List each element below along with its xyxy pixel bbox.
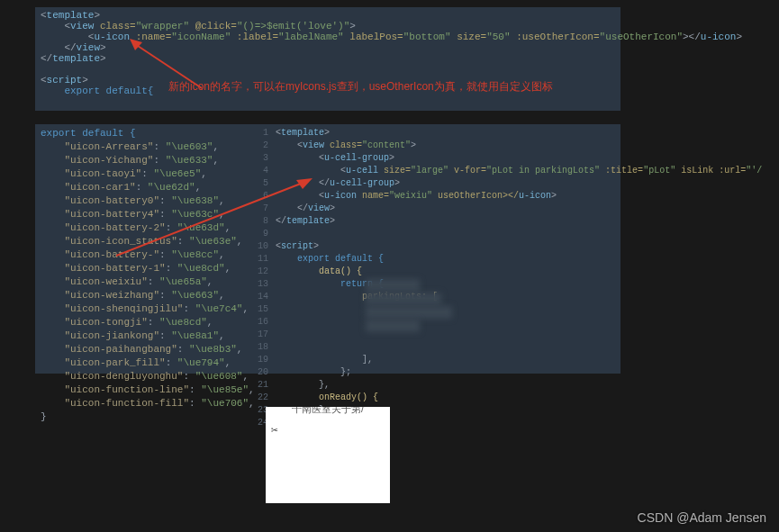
code-line: }, — [276, 379, 617, 392]
code-line: "uicon-Yichang": "\ue633", — [41, 154, 232, 167]
annotation-text: 新的icon的名字，可以在myIcons.js查到，useOtherIcon为真… — [168, 79, 553, 95]
code-line: </view> — [41, 42, 615, 53]
code-line: parkingLots: [ — [276, 291, 617, 303]
code-line: "uicon-park_fill": "\ue794", — [41, 356, 232, 370]
code-panel-bottom: export default { "uicon-Arrears": "\ue60… — [35, 124, 620, 374]
code-line: <view class="wrapper" @click="()=>$emit(… — [41, 21, 615, 32]
code-line: "uicon-paihangbang": "\ue8b3", — [41, 343, 232, 356]
code-line: <u-icon name="weixiu" useOtherIcon></u-i… — [276, 190, 617, 203]
code-line: <u-icon :name="iconName" :label="labelNa… — [41, 32, 615, 42]
code-line: export default { — [41, 127, 232, 140]
code-line: "uicon-weixiu": "\ue65a", — [41, 275, 232, 289]
code-line: "uicon-battery-1": "\ue8cd", — [41, 262, 232, 275]
watermark-text: CSDN @Adam Jensen — [638, 510, 766, 525]
code-line: <u-cell-group> — [276, 152, 617, 165]
pixelated-block — [366, 306, 452, 319]
line-number-gutter: 123456789101112131415161718192021222324 — [238, 124, 272, 374]
code-line: "uicon-jiankong": "\ue8a1", — [41, 329, 232, 343]
code-line: ], — [276, 354, 617, 366]
code-line: "uicon-dengluyonghu": "\ue608", — [41, 370, 232, 383]
code-line: </u-cell-group> — [276, 177, 617, 190]
code-line: </template> — [276, 215, 617, 228]
pixelated-block — [366, 320, 420, 332]
code-line: "uicon-function-fill": "\ue706", — [41, 397, 232, 410]
code-line: "uicon-battery0": "\ue638", — [41, 194, 232, 208]
code-line: <view class="content"> — [276, 140, 617, 152]
code-line: return { — [276, 278, 617, 291]
preview-title: 千南医室关于第/ — [266, 407, 390, 419]
code-line: export default { — [276, 253, 617, 266]
scissors-icon: ✂ — [266, 419, 390, 441]
code-line: "uicon-weizhang": "\ue663", — [41, 289, 232, 302]
code-right-pane: 123456789101112131415161718192021222324 … — [238, 124, 620, 374]
code-panel-top: <template> <view class="wrapper" @click=… — [35, 7, 620, 111]
code-line: "uicon-icon_status": "\ue63e", — [41, 235, 232, 248]
code-line: <script> — [276, 240, 617, 253]
phone-preview: 千南医室关于第/ ✂ — [266, 407, 390, 503]
code-line: "uicon-battery-2": "\ue63d", — [41, 221, 232, 235]
code-left-pane: export default { "uicon-Arrears": "\ue60… — [35, 124, 238, 374]
code-line: </view> — [276, 203, 617, 215]
code-line: data() { — [276, 266, 617, 278]
code-line: "uicon-shenqingjilu": "\ue7c4", — [41, 302, 232, 316]
code-line: "uicon-tongji": "\ue8cd", — [41, 316, 232, 329]
code-line: "uicon-taoyi": "\ue6e5", — [41, 167, 232, 181]
code-line: }; — [276, 366, 617, 379]
code-line: "uicon-battery-": "\ue8cc", — [41, 248, 232, 262]
pixelated-block — [366, 293, 441, 305]
code-line: <template> — [41, 10, 615, 21]
code-line: onReady() { — [276, 392, 617, 404]
code-line: </template> — [41, 53, 615, 64]
code-line: <template> — [276, 127, 617, 140]
code-line: "uicon-battery4": "\ue63c", — [41, 208, 232, 221]
pixelated-block — [366, 279, 420, 292]
code-line: <u-cell size="large" v-for="pLot in park… — [276, 165, 617, 177]
code-line: "uicon-function-line": "\ue85e", — [41, 383, 232, 397]
code-line: "uicon-Arrears": "\ue603", — [41, 140, 232, 154]
code-line: } — [41, 410, 232, 424]
code-line: "uicon-car1": "\ue62d", — [41, 181, 232, 194]
